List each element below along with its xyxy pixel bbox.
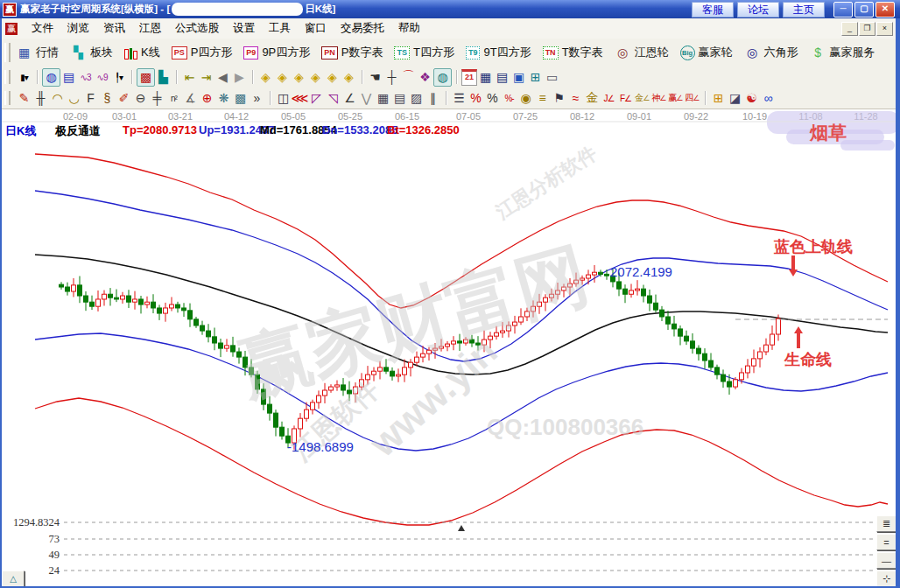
vline-grid-tool[interactable]: ╫ [32,90,49,107]
f-angle-tool[interactable]: F∠ [617,90,634,107]
grid-box-tool[interactable]: ◹ [325,90,341,107]
service-button[interactable]: 客服 [692,2,734,18]
first-page-button[interactable]: ⇤ [181,69,198,86]
grow-all-button[interactable]: ◈ [341,69,357,86]
mdi-close-button[interactable]: × [876,22,893,36]
expand-panel-button[interactable]: △ [2,570,25,587]
memo-icon[interactable]: ▤ [494,69,510,86]
quotes-button[interactable]: ▦行情 [16,45,59,61]
menu-window[interactable]: 窗口 [298,19,334,38]
n-square-tool[interactable]: n² [165,90,182,107]
kline-chart[interactable]: 赢家财富网www.yin江恩软件QQ:100800366江恩分析软件1294.8… [0,108,900,588]
flag-pen-tool[interactable]: ⚑ [551,90,567,107]
close-button[interactable]: ✕ [875,2,895,18]
menu-tools[interactable]: 工具 [262,19,298,38]
angle-arc-tool[interactable]: ⌒ [400,69,417,86]
layout-add-button[interactable]: ⊹ [876,570,896,587]
minimize-button[interactable]: ─ [833,2,853,18]
forum-button[interactable]: 论坛 [737,2,779,18]
target-tool[interactable]: ⊕ [199,90,215,107]
menu-file[interactable]: 文件 [25,19,60,38]
si-angle-tool[interactable]: 四∠ [684,90,700,107]
sectors-button[interactable]: ▚板块 [70,45,113,61]
menu-gann[interactable]: 江恩 [132,19,168,38]
gold-arc-up-tool[interactable]: ◠ [49,90,66,107]
star-grid-tool[interactable]: ❋ [215,90,232,107]
bar-style-dropdown[interactable]: ╿▾ [110,69,127,86]
send-chart-icon[interactable]: ⊞ [527,69,544,86]
home-button[interactable]: 主页 [783,2,825,18]
mdi-minimize-button[interactable]: _ [841,22,858,36]
printer-icon[interactable]: ▭ [544,69,560,86]
candle-style-dropdown[interactable]: ▮▾ [16,69,32,86]
next-page-button[interactable]: ▶ [231,69,248,86]
box-tool[interactable]: ◫ [275,90,292,107]
9t-square-button[interactable]: T99T四方形 [466,45,531,60]
fan-lines-tool[interactable]: ⋘ [292,90,308,107]
menu-settings[interactable]: 设置 [226,19,262,38]
gold-line-tool[interactable]: 金 [584,90,601,107]
pattern-icon[interactable]: ▩ [137,68,155,87]
zoom-view-icon[interactable]: ◍ [42,68,60,87]
angle-line-tool[interactable]: ∠ [341,90,358,107]
circle-cycle-tool[interactable]: ⊖ [132,90,149,107]
j-angle-tool[interactable]: J∠ [601,90,617,107]
calculator-icon[interactable]: ▦ [477,69,494,86]
parallel-tool[interactable]: ∥ [425,90,441,107]
more-tools-chevron[interactable]: » [249,90,265,107]
gold-angle-tool[interactable]: 金∠ [634,90,650,107]
shen-angle-tool[interactable]: 神∠ [650,90,667,107]
grid-b-tool[interactable]: ▤ [391,90,408,107]
prev-page-button[interactable]: ◀ [214,69,231,86]
hexagon-button[interactable]: ◎六角形 [744,45,798,61]
titlebar[interactable]: 赢 赢家老子时空周期系统[纵横版] - [日K线] 客服论坛主页 ─▢✕ [0,0,900,18]
gold-levels-tool[interactable]: ≡ [534,90,551,107]
menu-trading[interactable]: 交易委托 [334,19,391,38]
hand-tool[interactable]: ☚ [367,69,383,86]
menu-news[interactable]: 资讯 [96,19,132,38]
save-icon[interactable]: ▣ [510,69,527,86]
gold-circle-tool[interactable]: ◉ [517,90,534,107]
diag-box-tool[interactable]: ◪ [727,90,743,107]
spider-grid-tool[interactable]: ▩ [232,90,249,107]
fib-tool[interactable]: F [82,90,99,107]
zigzag-tool[interactable]: ⋁ [358,90,375,107]
t-square-button[interactable]: TST四方形 [394,45,454,60]
mdi-restore-button[interactable]: ❐ [859,22,875,36]
winner-service-button[interactable]: $赢家服务 [810,45,875,61]
brain-tool[interactable]: ◍ [433,68,452,87]
menu-help[interactable]: 帮助 [391,19,427,38]
infinity-tool[interactable]: ∞ [760,90,777,107]
grid-a-tool[interactable]: ▦ [375,90,391,107]
shrink-y-button[interactable]: ◈ [291,69,307,86]
hatch-tool[interactable]: ▨ [408,90,425,107]
percent-red-tool[interactable]: % [468,90,484,107]
fan-box-tool[interactable]: ◸ [308,90,325,107]
calendar-icon[interactable]: 21 [461,69,477,86]
winner-wheel-button[interactable]: Big赢家轮 [680,45,733,60]
volume-histogram-icon[interactable]: ▙ [155,69,172,86]
grow-x-button[interactable]: ◈ [274,69,291,86]
bars-tool[interactable]: ☰ [451,90,468,107]
wave3-icon[interactable]: ∿3 [77,69,94,86]
brush-tool[interactable]: ✎ [16,90,32,107]
menu-browse[interactable]: 浏览 [60,19,96,38]
percent-tool[interactable]: % [484,90,501,107]
layout-2-rows-button[interactable]: = [876,534,896,550]
menu-formula-stockpick[interactable]: 公式选股 [168,19,226,38]
gold-arc-down-tool[interactable]: ◡ [66,90,82,107]
gann-wheel-button[interactable]: ◎江恩轮 [615,45,669,61]
yinyang-tool[interactable]: ☯ [743,90,760,107]
color-grid-tool[interactable]: ⊞ [710,90,727,107]
spiral-tool[interactable]: § [99,90,116,107]
p-square-button[interactable]: PSP四方形 [172,45,233,60]
wave9-icon[interactable]: ∿9 [94,69,110,86]
angle-measure-tool[interactable]: ∡ [182,90,199,107]
9p-square-button[interactable]: P99P四方形 [243,45,310,60]
pen-tool[interactable]: ✐ [116,90,132,107]
percent-levels-tool[interactable]: %- [501,90,517,107]
layout-1-row-button[interactable]: — [876,552,896,569]
info-list-icon[interactable]: ▤ [60,69,77,86]
crosshair-tool[interactable]: ┼ [383,69,400,86]
p-table-button[interactable]: PNP数字表 [321,45,383,60]
